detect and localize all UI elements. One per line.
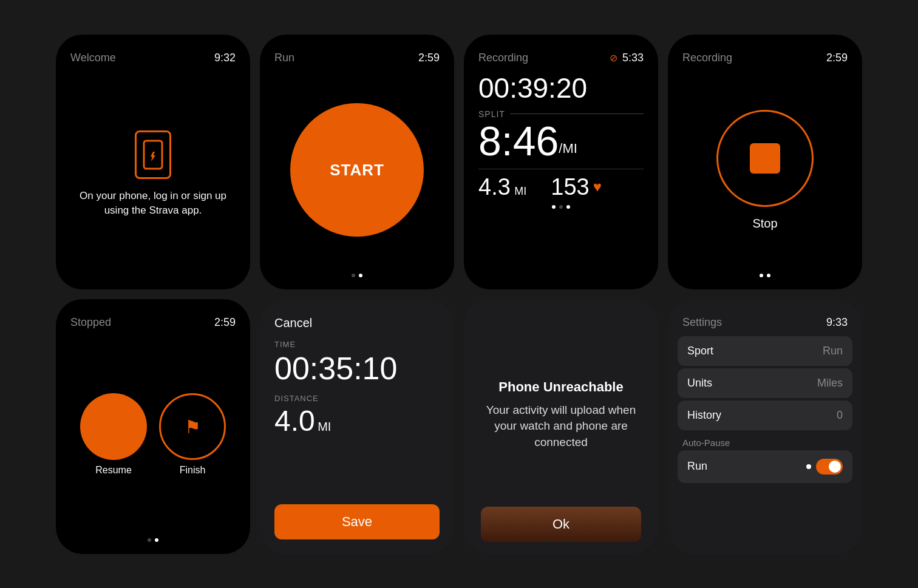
stopped-header: Stopped 2:59 [70, 316, 236, 329]
auto-pause-section: Auto-Pause [678, 433, 852, 450]
stats-row: 4.3 MI 153 ♥ [478, 174, 644, 200]
start-label: START [330, 161, 384, 180]
save-button[interactable]: Save [274, 504, 440, 539]
history-label: History [687, 409, 721, 422]
distance-unit: MI [514, 185, 526, 197]
strava-phone-icon [135, 130, 171, 179]
auto-pause-label: Auto-Pause [682, 438, 730, 448]
save-screen: Cancel TIME 00:35:10 DISTANCE 4.0 MI Sav… [260, 299, 454, 554]
distance-value: 4.3 [478, 174, 511, 200]
resume-label: Resume [95, 465, 132, 476]
heart-icon: ♥ [593, 178, 602, 195]
save-time-value: 00:35:10 [274, 350, 440, 387]
welcome-header: Welcome 9:32 [70, 52, 236, 64]
toggle-area [806, 459, 843, 475]
stopped-dot-1 [148, 538, 151, 542]
settings-autopause-row[interactable]: Run [678, 450, 852, 483]
settings-title: Settings [682, 316, 722, 329]
stopped-screen: Stopped 2:59 Resume ⚑ Finish [56, 299, 250, 554]
save-distance-unit: MI [318, 420, 331, 433]
finish-flag-icon: ⚑ [185, 416, 201, 438]
sport-value: Run [823, 345, 843, 357]
recording-stop-screen: Recording 2:59 Stop [668, 35, 862, 289]
stop-icon [750, 143, 780, 174]
recording-stop-title: Recording [682, 52, 732, 64]
heart-rate-value: 153 [551, 174, 589, 200]
resume-button[interactable] [80, 393, 147, 460]
welcome-content: On your phone, log in or sign up using t… [70, 72, 236, 277]
distance-stat: 4.3 MI [478, 174, 526, 200]
stopped-title: Stopped [70, 316, 111, 329]
recording-metrics-title: Recording [478, 52, 528, 64]
toggle-dot [806, 464, 811, 469]
elapsed-time: 00:39:20 [478, 72, 644, 104]
run-header: Run 2:59 [274, 52, 440, 64]
stop-content: Stop [682, 72, 848, 269]
phone-unreachable-screen: Phone Unreachable Your activity will upl… [464, 299, 658, 554]
dot-1 [352, 274, 355, 277]
settings-sport-row[interactable]: Sport Run [678, 336, 852, 366]
stopped-time: 2:59 [214, 316, 236, 329]
history-value: 0 [837, 409, 843, 422]
welcome-message: On your phone, log in or sign up using t… [70, 189, 236, 218]
save-distance-row: 4.0 MI [274, 404, 440, 438]
split-line [510, 113, 644, 114]
welcome-time: 9:32 [214, 52, 236, 64]
split-unit: /MI [559, 142, 577, 155]
stats-divider [478, 169, 644, 169]
recording-stop-header: Recording 2:59 [682, 52, 848, 64]
rec-dot-3 [566, 205, 570, 209]
start-button[interactable]: START [290, 103, 424, 237]
stop-dot-2 [767, 274, 770, 277]
run-start-content: START [274, 72, 440, 269]
run-screen: Run 2:59 START [260, 35, 454, 289]
units-value: Miles [817, 377, 843, 390]
settings-time: 9:33 [826, 316, 848, 329]
stop-label: Stop [752, 217, 777, 231]
stopped-content: Resume ⚑ Finish [70, 336, 236, 533]
settings-screen: Settings 9:33 Sport Run Units Miles Hist… [668, 299, 862, 554]
phone-message: Phone Unreachable Your activity will upl… [481, 323, 641, 507]
dot-2 [359, 274, 362, 277]
save-distance-value: 4.0 [274, 405, 315, 437]
recording-time: 5:33 [622, 52, 644, 64]
stop-button[interactable] [716, 110, 814, 207]
settings-history-row[interactable]: History 0 [678, 400, 852, 430]
recording-dots [478, 205, 644, 209]
time-label: TIME [274, 340, 440, 349]
toggle-switch[interactable] [816, 459, 843, 475]
resume-action: Resume [80, 393, 147, 476]
stop-dot-1 [760, 274, 763, 277]
split-value: 8:46 [478, 120, 559, 161]
stopped-dots [70, 538, 236, 542]
phone-description: Your activity will upload when your watc… [481, 402, 641, 451]
split-value-row: 8:46 /MI [478, 120, 644, 161]
action-buttons: Resume ⚑ Finish [80, 393, 226, 476]
ok-button[interactable]: Ok [481, 507, 641, 542]
sport-label: Sport [687, 345, 713, 357]
save-time-section: TIME 00:35:10 [274, 340, 440, 394]
recording-metrics-screen: Recording ⊘ 5:33 00:39:20 SPLIT 8:46 /MI… [464, 35, 658, 289]
stop-dots [682, 274, 848, 277]
welcome-screen: Welcome 9:32 On your phone, log in or si… [56, 35, 250, 289]
welcome-title: Welcome [70, 52, 116, 64]
recording-time-area: ⊘ 5:33 [610, 52, 644, 64]
run-time: 2:59 [418, 52, 440, 64]
finish-action: ⚑ Finish [159, 393, 226, 476]
battery-icon: ⊘ [610, 52, 617, 64]
finish-button[interactable]: ⚑ [159, 393, 226, 460]
recording-stop-time: 2:59 [826, 52, 848, 64]
run-title: Run [274, 52, 294, 64]
cancel-button[interactable]: Cancel [274, 316, 440, 330]
recording-metrics-header: Recording ⊘ 5:33 [478, 52, 644, 64]
settings-units-row[interactable]: Units Miles [678, 368, 852, 398]
stopped-dot-2 [155, 538, 158, 542]
app-grid: Welcome 9:32 On your phone, log in or si… [56, 35, 862, 554]
units-label: Units [687, 377, 712, 390]
save-distance-section: DISTANCE 4.0 MI [274, 394, 440, 438]
rec-dot-2 [559, 205, 563, 209]
distance-label: DISTANCE [274, 394, 440, 403]
phone-title: Phone Unreachable [481, 379, 641, 395]
rec-dot-1 [552, 205, 556, 209]
autopause-sub-label: Run [687, 460, 707, 473]
